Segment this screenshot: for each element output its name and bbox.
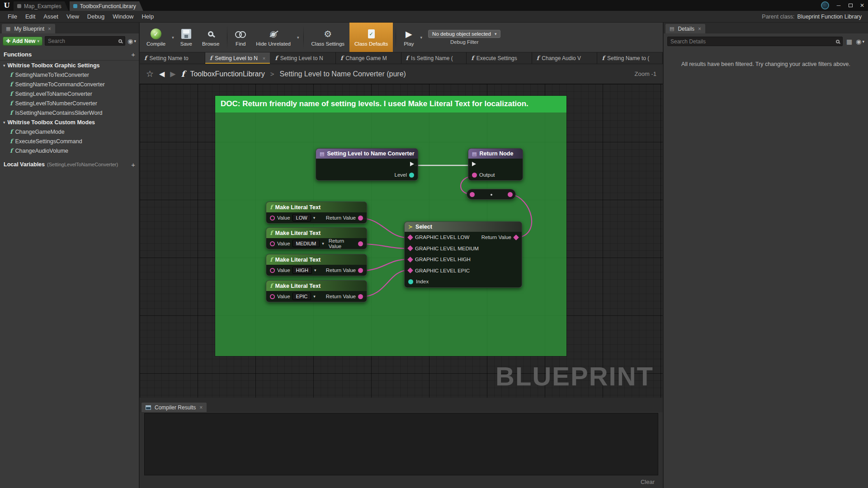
reroute-node[interactable] <box>467 189 516 200</box>
graphic-level-high-pin[interactable] <box>407 257 413 263</box>
clear-button[interactable]: Clear <box>641 479 655 485</box>
function-tab[interactable]: f Change Audio V <box>532 52 598 64</box>
chevron-down-icon[interactable]: ▾ <box>313 216 316 220</box>
menu-view[interactable]: View <box>62 12 83 21</box>
value-pin[interactable] <box>270 268 275 273</box>
window-tab-toolbox-function-library[interactable]: ToolboxFunctionLibrary <box>70 1 143 11</box>
menu-help[interactable]: Help <box>137 12 158 21</box>
class-defaults-button[interactable]: Class Defaults <box>349 23 393 52</box>
node-function-entry[interactable]: ▤ Setting Level to Name Converter Level <box>316 148 418 181</box>
return-value-pin[interactable] <box>358 294 363 299</box>
forward-arrow-icon[interactable]: ▶ <box>170 70 175 78</box>
my-blueprint-tab[interactable]: ▦ My Blueprint × <box>2 24 55 33</box>
minimize-button[interactable]: ─ <box>833 0 844 11</box>
function-item[interactable]: f SettingNameToTextConverter <box>0 70 139 80</box>
details-search[interactable] <box>667 37 843 46</box>
function-tab[interactable]: f Is Setting Name ( <box>401 52 467 64</box>
level-pin[interactable] <box>409 173 414 178</box>
breadcrumb-root[interactable]: ToolboxFunctionLibrary <box>190 70 264 78</box>
find-button[interactable]: Find <box>230 23 251 52</box>
save-button[interactable]: Save <box>175 23 197 52</box>
value-dropdown[interactable]: MEDIUM <box>292 240 320 247</box>
node-make-literal-text-high[interactable]: f Make Literal Text Value HIGH ▾ Return … <box>266 254 367 276</box>
function-tab[interactable]: f Setting Level to N <box>270 52 336 64</box>
graphic-level-epic-pin[interactable] <box>407 267 413 273</box>
node-make-literal-text-low[interactable]: f Make Literal Text Value LOW ▾ Return V… <box>266 202 367 224</box>
compiler-results-tab[interactable]: Compiler Results × <box>142 403 207 412</box>
class-settings-button[interactable]: ⚙ Class Settings <box>307 23 350 52</box>
return-value-pin[interactable] <box>358 216 363 221</box>
reroute-out-pin[interactable] <box>508 192 513 197</box>
visibility-filter-button[interactable]: ◉ ▾ <box>127 38 136 45</box>
function-item[interactable]: f SettingLevelToNumberConverter <box>0 99 139 108</box>
my-blueprint-search[interactable] <box>45 36 125 46</box>
node-header[interactable]: ≻ Select <box>405 222 522 232</box>
grid-view-icon[interactable]: ▦ <box>846 38 852 45</box>
collapse-triangle-icon[interactable]: ▾ <box>3 120 5 125</box>
node-header[interactable]: f Make Literal Text <box>266 202 367 212</box>
hide-unrelated-button[interactable]: ◉ Hide Unrelated <box>251 23 296 52</box>
back-arrow-icon[interactable]: ◀ <box>159 70 165 78</box>
parent-class-value[interactable]: Blueprint Function Library <box>797 14 862 20</box>
function-tab-active[interactable]: f Setting Level to N × <box>205 52 271 64</box>
value-dropdown[interactable]: LOW <box>292 214 311 221</box>
chevron-down-icon[interactable]: ▾ <box>322 241 324 246</box>
function-tab[interactable]: f Execute Settings <box>467 52 532 64</box>
node-select[interactable]: ≻ Select GRAPHIC LEVEL LOW Return Value … <box>404 221 522 288</box>
function-tab[interactable]: f Setting Name to ( <box>597 52 663 64</box>
menu-debug[interactable]: Debug <box>83 12 108 21</box>
function-item[interactable]: f ChangeGameMode <box>0 127 139 136</box>
close-button[interactable]: ✕ <box>856 0 868 11</box>
hide-unrelated-options-dropdown[interactable]: ▾ <box>296 23 301 52</box>
index-pin[interactable] <box>408 279 413 284</box>
debug-object-select[interactable]: No debug object selected ▾ <box>428 30 500 38</box>
blueprint-graph[interactable]: DOC: Return friendly name of setting lev… <box>140 84 663 398</box>
reroute-in-pin[interactable] <box>470 192 475 197</box>
value-dropdown[interactable]: HIGH <box>292 267 312 274</box>
function-item[interactable]: f ExecuteSettingsCommand <box>0 136 139 146</box>
function-tab[interactable]: f Change Game M <box>336 52 401 64</box>
close-icon[interactable]: × <box>199 404 203 411</box>
select-return-value-pin[interactable] <box>513 235 519 240</box>
menu-edit[interactable]: Edit <box>21 12 39 21</box>
value-pin[interactable] <box>270 216 275 221</box>
compile-options-dropdown[interactable]: ▾ <box>170 23 175 52</box>
window-tab-map-examples[interactable]: Map_Examples <box>14 1 69 11</box>
return-value-pin[interactable] <box>358 268 363 273</box>
node-header[interactable]: ▤ Return Node <box>468 149 523 159</box>
exec-out-pin[interactable] <box>410 162 414 166</box>
graphic-level-medium-pin[interactable] <box>407 245 413 251</box>
function-tab[interactable]: f Setting Name to <box>140 52 205 64</box>
close-icon[interactable]: × <box>263 56 265 61</box>
node-make-literal-text-epic[interactable]: f Make Literal Text Value EPIC ▾ Return … <box>266 280 367 302</box>
chevron-down-icon[interactable]: ▾ <box>314 268 316 272</box>
browse-button[interactable]: Browse <box>197 23 224 52</box>
compile-button[interactable]: Compile <box>142 23 170 52</box>
value-dropdown[interactable]: EPIC <box>292 293 311 300</box>
function-item[interactable]: f SettingNameToCommandConverter <box>0 80 139 89</box>
node-return[interactable]: ▤ Return Node Output <box>468 148 523 181</box>
play-options-dropdown[interactable]: ▾ <box>419 23 424 52</box>
exec-in-pin[interactable] <box>472 162 476 166</box>
chevron-down-icon[interactable]: ▾ <box>313 294 316 299</box>
menu-asset[interactable]: Asset <box>39 12 62 21</box>
value-pin[interactable] <box>270 241 275 246</box>
compiler-output-area[interactable] <box>144 413 658 475</box>
add-new-button[interactable]: ✚ Add New ▾ <box>3 37 42 46</box>
details-search-input[interactable] <box>670 38 836 45</box>
collapse-triangle-icon[interactable]: ▾ <box>3 63 5 68</box>
close-icon[interactable]: × <box>48 26 51 32</box>
play-button[interactable]: ▶ Play <box>399 23 419 52</box>
add-local-variable-button[interactable]: + <box>131 161 135 169</box>
output-pin[interactable] <box>472 173 477 178</box>
close-icon[interactable]: × <box>698 26 701 32</box>
value-pin[interactable] <box>270 294 275 299</box>
return-value-pin[interactable] <box>358 241 363 246</box>
menu-window[interactable]: Window <box>108 12 137 21</box>
function-item[interactable]: f ChangeAudioVolume <box>0 146 139 155</box>
node-header[interactable]: f Make Literal Text <box>266 281 367 291</box>
comment-header[interactable]: DOC: Return friendly name of setting lev… <box>215 96 566 113</box>
search-input[interactable] <box>48 38 118 44</box>
node-header[interactable]: ▤ Setting Level to Name Converter <box>316 149 418 159</box>
add-function-button[interactable]: + <box>131 51 135 58</box>
